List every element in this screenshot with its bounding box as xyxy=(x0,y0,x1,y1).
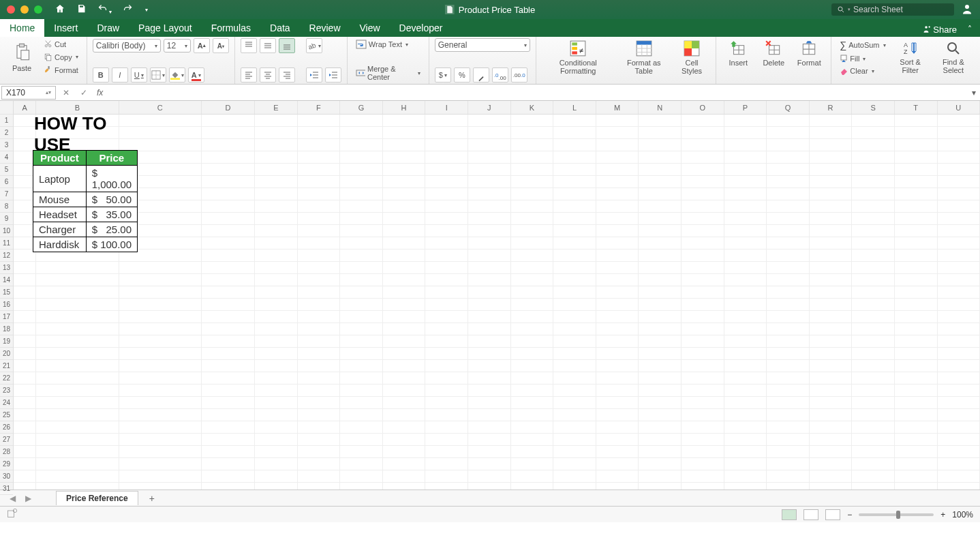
col-header[interactable]: K xyxy=(511,101,554,114)
clear-button[interactable]: Clear▾ xyxy=(837,65,888,76)
column-headers[interactable]: ABCDEFGHIJKLMNOPQRSTU xyxy=(14,101,980,115)
row-header[interactable]: 19 xyxy=(0,335,13,348)
col-header[interactable]: L xyxy=(553,101,596,114)
row-header[interactable]: 16 xyxy=(0,299,13,311)
align-middle-button[interactable] xyxy=(260,38,276,53)
currency-button[interactable]: $▾ xyxy=(435,67,451,82)
minimize-window-icon[interactable] xyxy=(20,5,29,14)
align-right-button[interactable] xyxy=(279,67,295,82)
share-button[interactable]: Share xyxy=(919,23,960,36)
insert-cells-button[interactable]: Insert xyxy=(722,38,754,68)
col-header[interactable]: B xyxy=(36,101,119,114)
row-header[interactable]: 15 xyxy=(0,286,13,299)
view-normal-button[interactable] xyxy=(782,509,797,520)
name-box[interactable]: X170▴▾ xyxy=(1,86,56,100)
zoom-out-button[interactable]: − xyxy=(847,510,852,520)
cell-product[interactable]: Laptop xyxy=(33,166,87,192)
decrease-decimal-button[interactable]: .00.0 xyxy=(511,67,527,82)
decrease-indent-button[interactable] xyxy=(306,67,322,82)
cell-price[interactable]: $50.00 xyxy=(86,192,137,207)
row-header[interactable]: 5 xyxy=(0,164,13,176)
row-header[interactable]: 13 xyxy=(0,262,13,274)
col-header[interactable]: E xyxy=(255,101,298,114)
col-header[interactable]: N xyxy=(639,101,682,114)
tab-review[interactable]: Review xyxy=(300,19,350,37)
row-header[interactable]: 29 xyxy=(0,458,13,470)
format-cells-button[interactable]: Format xyxy=(793,38,825,68)
cell-price[interactable]: $25.00 xyxy=(86,222,137,237)
tab-home[interactable]: Home xyxy=(0,19,44,37)
tab-page-layout[interactable]: Page Layout xyxy=(129,19,202,37)
col-header[interactable]: H xyxy=(383,101,426,114)
cell-product[interactable]: Harddisk xyxy=(33,237,87,252)
fill-color-button[interactable]: ▾ xyxy=(169,67,185,82)
decrease-font-button[interactable]: A▾ xyxy=(213,38,229,53)
row-header[interactable]: 14 xyxy=(0,274,13,286)
row-header[interactable]: 23 xyxy=(0,385,13,397)
copy-button[interactable]: Copy▾ xyxy=(41,51,81,63)
row-header[interactable]: 11 xyxy=(0,237,13,250)
row-header[interactable]: 25 xyxy=(0,409,13,421)
delete-cells-button[interactable]: Delete xyxy=(757,38,790,68)
col-header[interactable]: I xyxy=(425,101,468,114)
row-header[interactable]: 3 xyxy=(0,139,13,151)
increase-font-button[interactable]: A▴ xyxy=(194,38,210,53)
row-header[interactable]: 28 xyxy=(0,446,13,458)
autosum-button[interactable]: ∑AutoSum▾ xyxy=(837,38,888,52)
col-header[interactable]: F xyxy=(298,101,341,114)
row-header[interactable]: 26 xyxy=(0,421,13,434)
col-header[interactable]: D xyxy=(202,101,255,114)
cells-area[interactable] xyxy=(14,115,980,490)
row-header[interactable]: 4 xyxy=(0,151,13,164)
sheet-tab-active[interactable]: Price Reference xyxy=(56,491,138,505)
collapse-ribbon-icon[interactable]: ˄ xyxy=(965,22,975,37)
cut-button[interactable]: Cut xyxy=(41,38,81,50)
macro-record-icon[interactable] xyxy=(7,508,18,521)
merge-center-button[interactable]: Merge & Center▾ xyxy=(353,63,423,82)
sheet-nav-next-icon[interactable]: ▶ xyxy=(22,494,34,503)
row-header[interactable]: 8 xyxy=(0,200,13,213)
row-header[interactable]: 6 xyxy=(0,176,13,188)
format-painter-button[interactable]: Format xyxy=(41,64,81,76)
tab-view[interactable]: View xyxy=(350,19,390,37)
percent-button[interactable]: % xyxy=(454,67,470,82)
row-header[interactable]: 22 xyxy=(0,372,13,385)
maximize-window-icon[interactable] xyxy=(34,5,42,14)
row-header[interactable]: 12 xyxy=(0,250,13,262)
row-header[interactable]: 17 xyxy=(0,311,13,323)
bold-button[interactable]: B xyxy=(93,67,109,82)
cell-styles-button[interactable]: Cell Styles xyxy=(673,38,710,76)
font-name-select[interactable]: Calibri (Body)▾ xyxy=(93,39,161,52)
row-header[interactable]: 30 xyxy=(0,470,13,483)
orientation-button[interactable]: ab▾ xyxy=(306,38,322,53)
font-color-button[interactable]: A▾ xyxy=(188,67,204,82)
col-header[interactable]: M xyxy=(596,101,639,114)
search-input[interactable]: ▾ Search Sheet xyxy=(831,3,954,16)
cell-product[interactable]: Mouse xyxy=(33,192,87,207)
font-size-select[interactable]: 12▾ xyxy=(164,39,191,52)
home-icon[interactable] xyxy=(55,3,65,16)
row-header[interactable]: 21 xyxy=(0,360,13,372)
col-header[interactable]: Q xyxy=(767,101,810,114)
zoom-slider[interactable] xyxy=(859,513,934,516)
align-center-button[interactable] xyxy=(260,67,276,82)
tab-formulas[interactable]: Formulas xyxy=(202,19,260,37)
cell-price[interactable]: $100.00 xyxy=(86,237,137,252)
col-header[interactable]: O xyxy=(682,101,724,114)
fx-icon[interactable]: fx xyxy=(93,88,107,97)
sort-filter-button[interactable]: AZSort & Filter xyxy=(891,39,930,76)
increase-decimal-button[interactable]: .0.00 xyxy=(492,67,508,82)
zoom-level[interactable]: 100% xyxy=(952,510,973,520)
cancel-formula-icon[interactable]: ✕ xyxy=(57,88,75,97)
conditional-formatting-button[interactable]: ≠Conditional Formatting xyxy=(542,38,615,76)
tab-draw[interactable]: Draw xyxy=(87,19,129,37)
row-header[interactable]: 27 xyxy=(0,434,13,446)
col-header[interactable]: P xyxy=(724,101,767,114)
zoom-in-button[interactable]: + xyxy=(940,510,945,520)
italic-button[interactable]: I xyxy=(112,67,128,82)
close-window-icon[interactable] xyxy=(7,5,15,14)
row-header[interactable]: 2 xyxy=(0,127,13,139)
align-bottom-button[interactable] xyxy=(279,38,295,53)
format-as-table-button[interactable]: Format as Table xyxy=(617,38,671,76)
cell-product[interactable]: Charger xyxy=(33,222,87,237)
